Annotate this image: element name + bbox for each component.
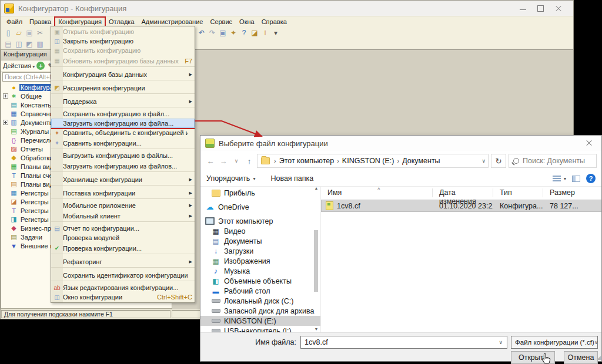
expand-icon[interactable] xyxy=(3,120,8,125)
menu-item[interactable]: Загрузить конфигурацию из файлов... xyxy=(51,160,195,172)
menu-item[interactable]: Загрузить конфигурацию из файла... xyxy=(51,119,195,128)
breadcrumb-item[interactable]: Этот компьютер xyxy=(279,157,334,165)
nav-item[interactable]: Загрузки xyxy=(200,246,320,256)
filetype-select[interactable]: Файл конфигурации (*.cf) ∨ xyxy=(511,336,598,349)
column-header-size[interactable]: Размер xyxy=(543,188,601,197)
menubar-item[interactable]: Окна xyxy=(236,17,258,26)
history-dropdown-icon[interactable] xyxy=(231,154,242,167)
config-objects-icon[interactable]: ▤ xyxy=(3,39,14,49)
menu-item[interactable]: ab Язык редактирования конфигурации... xyxy=(51,283,195,292)
menu-item[interactable]: ▣ Открыть конфигурацию xyxy=(51,27,195,36)
expand-icon[interactable] xyxy=(3,93,8,99)
nav-item[interactable]: Объемные объекты xyxy=(200,276,320,286)
filename-caret-icon[interactable]: ∨ xyxy=(499,339,503,345)
filetype-caret-icon[interactable]: ∨ xyxy=(594,339,598,345)
nav-item[interactable]: Рабочий стол xyxy=(200,286,320,296)
dialog-titlebar[interactable]: Выберите файл конфигурации xyxy=(200,136,601,151)
organize-button[interactable]: Упорядочить xyxy=(206,174,255,183)
nav-item[interactable]: KINGSTON (E:) xyxy=(200,316,320,326)
menubar-item[interactable]: Справка xyxy=(258,17,290,26)
menu-item[interactable]: Конфигурация базы данных xyxy=(51,69,195,80)
redo-icon[interactable]: ↷ xyxy=(207,28,218,38)
nav-item[interactable]: Видео xyxy=(200,226,320,236)
menubar-item[interactable]: Файл xyxy=(3,17,26,26)
view-mode-caret-icon[interactable]: ▾ xyxy=(564,176,566,181)
titlebar[interactable]: Конфигуратор - Конфигурация xyxy=(1,1,573,16)
config-window-icon[interactable]: ◫ xyxy=(14,39,24,49)
menubar-item[interactable]: Правка xyxy=(26,17,55,26)
menu-item[interactable]: Выгрузить конфигурацию в файлы... xyxy=(51,151,195,160)
menu-item[interactable]: Сохранить идентификатор конфигурации в ф… xyxy=(51,269,195,281)
nav-item[interactable]: Изображения xyxy=(200,256,320,266)
menu-item[interactable]: ▦ Сохранить конфигурацию xyxy=(51,46,195,55)
copy-icon[interactable]: ▣ xyxy=(218,28,228,38)
help-search-icon[interactable]: ? xyxy=(239,28,249,38)
menu-item[interactable]: ◫ Закрыть конфигурацию xyxy=(51,36,195,46)
nav-item[interactable]: Музыка xyxy=(200,266,320,276)
menu-item[interactable]: Мобильное приложение xyxy=(51,201,195,210)
menubar-item[interactable]: Отладка xyxy=(105,17,138,26)
breadcrumb-item[interactable]: Документы xyxy=(402,157,440,165)
menu-item[interactable]: ▤ Отчет по конфигурации... xyxy=(51,224,195,233)
filename-input[interactable]: 1cv8.cf ∨ xyxy=(300,336,507,349)
add-icon[interactable]: + xyxy=(36,62,45,70)
nav-scrollbar[interactable]: ▲ ▼ xyxy=(313,186,319,333)
menu-item[interactable]: ✦ Сравнить, объединить с конфигурацией и… xyxy=(51,128,195,137)
column-header-type[interactable]: Тип xyxy=(493,188,543,197)
undo-icon[interactable]: ↶ xyxy=(196,28,207,38)
open-file-icon[interactable]: ▱ xyxy=(14,28,24,38)
database-icon[interactable]: ◩ xyxy=(24,39,35,49)
forward-icon[interactable] xyxy=(218,154,229,167)
actions-dropdown[interactable]: Действия xyxy=(3,62,35,69)
menu-item[interactable]: Поставка конфигурации xyxy=(51,187,195,199)
info-icon[interactable]: i xyxy=(260,28,270,38)
menu-item[interactable]: Рефакторинг xyxy=(51,256,195,268)
breadcrumb-caret-icon[interactable]: ∨ xyxy=(481,158,486,164)
menu-item[interactable]: Сохранить конфигурацию в файл... xyxy=(51,109,195,119)
menu-item[interactable]: Мобильный клиент xyxy=(51,210,195,222)
menu-item[interactable]: ▦ Обновить конфигурацию базы данных F7 xyxy=(51,55,195,67)
back-icon[interactable] xyxy=(205,154,216,167)
minimize-icon[interactable] xyxy=(514,2,532,14)
nav-item[interactable]: Документы xyxy=(200,236,320,246)
breadcrumb-item[interactable]: KINGSTON (E:) xyxy=(342,157,394,165)
maximize-icon[interactable] xyxy=(532,2,550,14)
help-icon[interactable]: ? xyxy=(586,174,596,183)
window-panel-icon[interactable]: ▥ xyxy=(35,39,45,49)
preview-pane-icon[interactable] xyxy=(572,176,580,182)
scroll-thumb[interactable] xyxy=(314,230,318,292)
nav-item[interactable]: Прибыль xyxy=(200,188,320,198)
menubar-item[interactable]: Администрирование xyxy=(138,17,207,26)
nav-item[interactable]: Локальный диск (C:) xyxy=(200,296,320,306)
column-header-name[interactable]: Имя xyxy=(321,188,433,197)
menu-item[interactable]: ✔ Проверка конфигурации... xyxy=(51,242,195,254)
close-icon[interactable] xyxy=(550,2,567,14)
toolbar-more-icon[interactable]: ▾ xyxy=(270,28,281,38)
breadcrumb[interactable]: › Этот компьютер › KINGSTON (E:) › Докум… xyxy=(257,154,489,168)
syntax-check-icon[interactable]: ✦ xyxy=(228,28,239,38)
save-icon[interactable]: ▣ xyxy=(24,28,35,38)
menu-item[interactable]: Проверка модулей xyxy=(51,233,195,242)
cut-icon[interactable]: ✂ xyxy=(35,28,45,38)
menu-item[interactable]: ✦ Сравнить конфигурации... xyxy=(51,137,195,149)
nav-item[interactable]: Запасной диск для архива xyxy=(200,306,320,316)
menubar-item[interactable]: Сервис xyxy=(206,17,236,26)
search-input[interactable]: Поиск: Документы xyxy=(509,154,597,168)
scroll-up-icon[interactable]: ▲ xyxy=(313,186,319,192)
up-icon[interactable] xyxy=(244,154,255,167)
menu-item[interactable]: ◩ Расширения конфигурации xyxy=(51,82,195,94)
column-header-date[interactable]: Дата изменения xyxy=(433,188,493,197)
help-contents-icon[interactable]: ◪ xyxy=(249,28,260,38)
new-file-icon[interactable]: ▯ xyxy=(3,28,14,38)
view-mode-icon[interactable] xyxy=(553,176,561,182)
new-folder-button[interactable]: Новая папка xyxy=(270,174,313,183)
nav-item[interactable]: Этот компьютер xyxy=(200,216,320,226)
menu-item[interactable]: Хранилище конфигурации xyxy=(51,174,195,186)
refresh-icon[interactable] xyxy=(491,154,506,168)
resize-grip[interactable]: ◢ xyxy=(597,355,601,360)
menu-item[interactable]: Поддержка xyxy=(51,96,195,107)
dialog-close-icon[interactable] xyxy=(581,137,597,149)
cancel-button[interactable]: Отмена xyxy=(564,351,598,364)
menubar-item[interactable]: Конфигурация xyxy=(55,17,105,26)
nav-item[interactable]: OneDrive xyxy=(200,202,320,212)
